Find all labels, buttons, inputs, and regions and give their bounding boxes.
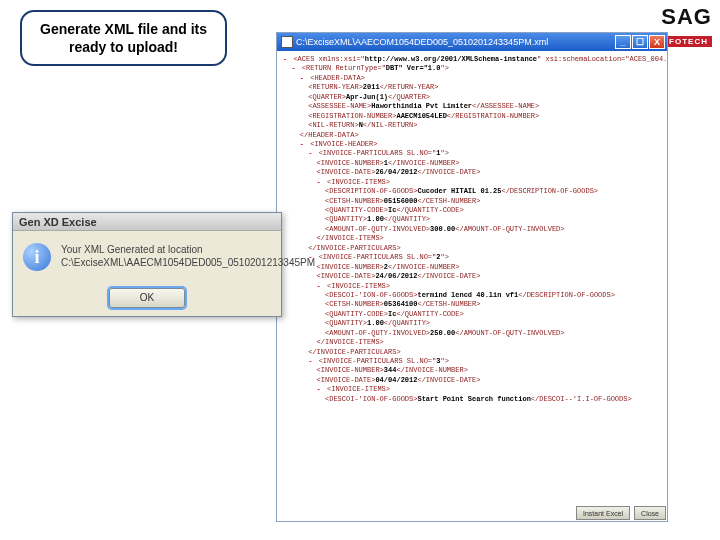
xml-line: <AMOUNT-OF-QUTY-INVOLVED>250.00</AMOUNT-… [283, 329, 661, 338]
close-button[interactable]: X [649, 35, 665, 49]
xml-content[interactable]: - <ACES xmlns:xsi="http://www.w3.org/200… [277, 51, 667, 521]
xml-line: <QUANTITY-CODE>Ic</QUANTITY-CODE> [283, 206, 661, 215]
xml-line: <INVOICE-NUMBER>2</INVOICE-NUMBER> [283, 263, 661, 272]
xml-line: <DESCOI-'ION-OF-GOODS>Start Point Search… [283, 395, 661, 404]
xml-line: <QUANTITY>1.00</QUANTITY> [283, 319, 661, 328]
dialog-message-line1: Your XML Generated at location [61, 243, 315, 256]
xml-line: </INVOICE-ITEMS> [283, 234, 661, 243]
message-dialog: Gen XD Excise i Your XML Generated at lo… [12, 212, 282, 317]
xml-line: - <INVOICE-ITEMS> [283, 178, 661, 187]
dialog-message-line2: C:\ExciseXML\AAECM1054DED005_05102012133… [61, 256, 315, 269]
xml-line: </INVOICE-PARTICULARS> [283, 244, 661, 253]
xml-line: - <INVOICE-ITEMS> [283, 282, 661, 291]
ok-button[interactable]: OK [109, 288, 185, 308]
xml-line: <CETSH-NUMBER>05156000</CETSH-NUMBER> [283, 197, 661, 206]
callout-line2: ready to upload! [40, 38, 207, 56]
xml-line: <RETURN-YEAR>2011</RETURN-YEAR> [283, 83, 661, 92]
xml-line: - <ACES xmlns:xsi="http://www.w3.org/200… [283, 55, 661, 64]
xml-line: <INVOICE-NUMBER>1</INVOICE-NUMBER> [283, 159, 661, 168]
footer-buttons: Instant Excel Close [576, 506, 666, 520]
xml-line: <QUANTITY>1.00</QUANTITY> [283, 215, 661, 224]
xml-line: </INVOICE-ITEMS> [283, 338, 661, 347]
dialog-message: Your XML Generated at location C:\Excise… [61, 243, 315, 269]
xml-line: <QUARTER>Apr-Jun(1)</QUARTER> [283, 93, 661, 102]
xml-viewer-window: C:\ExciseXML\AAECOM1054DED005_0510201243… [276, 32, 668, 522]
xml-line: - <INVOICE-PARTICULARS SL.NO="2"> [283, 253, 661, 262]
dialog-title[interactable]: Gen XD Excise [13, 213, 281, 231]
maximize-button[interactable]: ☐ [632, 35, 648, 49]
xml-line: <AMOUNT-OF-QUTY-INVOLVED>300.00</AMOUNT-… [283, 225, 661, 234]
minimize-button[interactable]: _ [615, 35, 631, 49]
xml-line: - <INVOICE-PARTICULARS SL.NO="3"> [283, 357, 661, 366]
xml-line: - <INVOICE-PARTICULARS SL.NO="1"> [283, 149, 661, 158]
file-icon [281, 36, 293, 48]
xml-line: <CETSH-NUMBER>05364100</CETSH-NUMBER> [283, 300, 661, 309]
xml-line: </HEADER-DATA> [283, 131, 661, 140]
instant-excel-button[interactable]: Instant Excel [576, 506, 630, 520]
xml-line: <DESCRIPTION-OF-GOODS>Cucoder HITAIL 01.… [283, 187, 661, 196]
instruction-callout: Generate XML file and its ready to uploa… [20, 10, 227, 66]
xml-line: <ASSESSEE-NAME>Haworthindia Pvt Limiter<… [283, 102, 661, 111]
info-icon: i [23, 243, 51, 271]
xml-line: - <RETURN ReturnType="DBT" Ver="1.0"> [283, 64, 661, 73]
xml-line: <INVOICE-DATE>04/04/2012</INVOICE-DATE> [283, 376, 661, 385]
xml-line: <INVOICE-NUMBER>344</INVOICE-NUMBER> [283, 366, 661, 375]
xml-line: <NIL-RETURN>N</NIL-RETURN> [283, 121, 661, 130]
callout-line1: Generate XML file and its [40, 20, 207, 38]
close-footer-button[interactable]: Close [634, 506, 666, 520]
xml-line: <REGISTRATION-NUMBER>AAECM1054LED</REGIS… [283, 112, 661, 121]
xml-line: <INVOICE-DATE>24/06/2012</INVOICE-DATE> [283, 272, 661, 281]
xml-line: <INVOICE-DATE>26/04/2012</INVOICE-DATE> [283, 168, 661, 177]
window-title: C:\ExciseXML\AAECOM1054DED005_0510201243… [296, 37, 615, 47]
window-titlebar[interactable]: C:\ExciseXML\AAECOM1054DED005_0510201243… [277, 33, 667, 51]
xml-line: - <HEADER-DATA> [283, 74, 661, 83]
logo-main: SAG [655, 4, 712, 30]
xml-line: - <INVOICE-HEADER> [283, 140, 661, 149]
xml-line: </INVOICE-PARTICULARS> [283, 348, 661, 357]
xml-line: <QUANTITY-CODE>Ic</QUANTITY-CODE> [283, 310, 661, 319]
xml-line: <DESCOI-'ION-OF-GOODS>termind lencd 40.l… [283, 291, 661, 300]
xml-line: - <INVOICE-ITEMS> [283, 385, 661, 394]
